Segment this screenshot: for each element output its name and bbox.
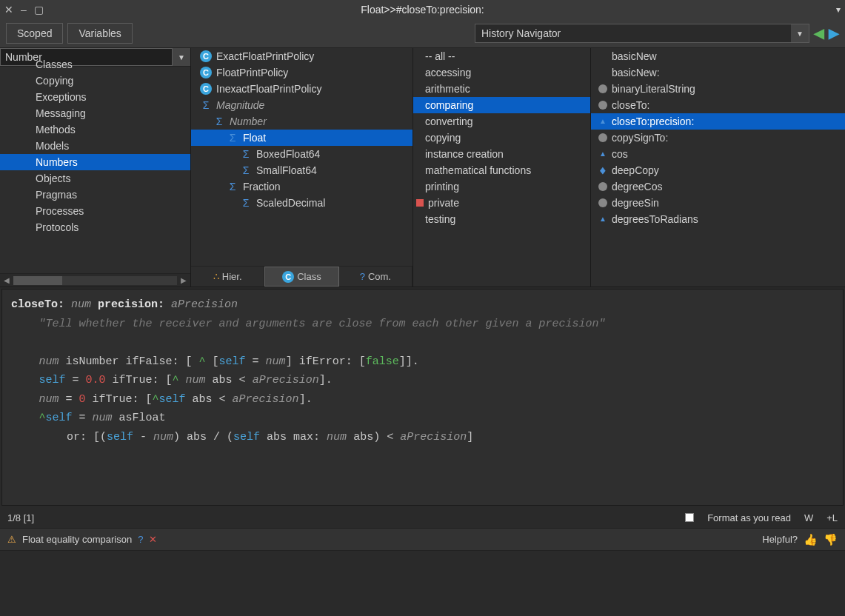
method-item[interactable]: ▲cos <box>591 146 845 162</box>
method-item[interactable]: degreeSin <box>591 195 845 211</box>
history-back-icon[interactable]: ◀ <box>814 25 824 41</box>
protocol-item[interactable]: private <box>413 195 590 211</box>
package-label: Messaging <box>36 107 86 119</box>
protocol-item[interactable]: instance creation <box>413 146 590 162</box>
class-item[interactable]: ΣFloat <box>191 130 413 146</box>
package-item[interactable]: Exceptions <box>0 89 190 105</box>
class-tab[interactable]: C Class <box>264 267 338 287</box>
package-label: Methods <box>36 124 76 135</box>
class-item[interactable]: ΣSmallFloat64 <box>191 162 413 178</box>
class-item[interactable]: ΣNumber <box>191 113 413 130</box>
method-item[interactable]: basicNew: <box>591 64 845 81</box>
method-label: closeTo: <box>612 99 649 111</box>
method-list[interactable]: basicNewbasicNew:binaryLiteralStringclos… <box>591 48 845 287</box>
browser-area: ▼ ClassesCopyingExceptionsMessagingMetho… <box>0 48 845 287</box>
question-icon: ? <box>360 271 365 282</box>
protocol-item[interactable]: testing <box>413 211 590 227</box>
override-up-icon: ▲ <box>598 117 607 126</box>
protocol-item[interactable]: converting <box>413 113 590 130</box>
method-item[interactable]: degreeCos <box>591 178 845 195</box>
class-item[interactable]: ΣFraction <box>191 178 413 195</box>
class-label: FloatPrintPolicy <box>216 67 288 78</box>
class-item[interactable]: CFloatPrintPolicy <box>191 64 413 81</box>
method-pane: basicNewbasicNew:binaryLiteralStringclos… <box>591 48 845 287</box>
method-item[interactable]: ▲closeTo:precision: <box>591 113 845 130</box>
class-item[interactable]: CExactFloatPrintPolicy <box>191 48 413 64</box>
helpful-label: Helpful? <box>762 534 798 545</box>
package-item[interactable]: Protocols <box>0 219 190 235</box>
position-label: 1/8 [1] <box>7 512 34 523</box>
class-list[interactable]: CExactFloatPrintPolicyCFloatPrintPolicyC… <box>191 48 413 266</box>
protocol-item[interactable]: comparing <box>413 97 590 113</box>
class-icon: C <box>200 50 212 62</box>
package-item[interactable]: Methods <box>0 121 190 138</box>
method-circle-icon <box>598 133 607 142</box>
class-label: InexactFloatPrintPolicy <box>216 83 321 95</box>
scoped-button[interactable]: Scoped <box>6 23 63 44</box>
protocol-item[interactable]: arithmetic <box>413 81 590 97</box>
protocol-item[interactable]: mathematical functions <box>413 162 590 178</box>
window-menu-icon[interactable]: ▾ <box>836 4 841 15</box>
sigma-icon: Σ <box>240 197 252 209</box>
package-label: Classes <box>36 58 73 70</box>
package-h-scrollbar[interactable]: ◀ ▶ <box>0 273 190 287</box>
class-label: ExactFloatPrintPolicy <box>216 50 314 62</box>
class-item[interactable]: ΣMagnitude <box>191 97 413 113</box>
class-label: Number <box>230 116 267 127</box>
l-toggle[interactable]: +L <box>826 512 838 523</box>
scroll-right-icon[interactable]: ▶ <box>177 276 190 284</box>
protocol-label: comparing <box>425 99 473 111</box>
protocol-item[interactable]: accessing <box>413 64 590 81</box>
maximize-icon[interactable]: ▢ <box>34 4 44 16</box>
format-checkbox[interactable] <box>685 513 694 522</box>
method-item[interactable]: copySignTo: <box>591 130 845 146</box>
code-editor[interactable]: closeTo: num precision: aPrecision "Tell… <box>1 289 844 506</box>
method-item[interactable]: ▲degreesToRadians <box>591 211 845 227</box>
close-icon[interactable]: ✕ <box>4 4 13 16</box>
format-label: Format as you read <box>707 512 791 523</box>
minimize-icon[interactable]: – <box>21 4 27 16</box>
method-item[interactable]: binaryLiteralString <box>591 81 845 97</box>
method-item[interactable]: basicNew <box>591 48 845 64</box>
dismiss-icon[interactable]: ✕ <box>149 534 157 545</box>
package-list[interactable]: ClassesCopyingExceptionsMessagingMethods… <box>0 56 190 273</box>
package-item[interactable]: Objects <box>0 170 190 187</box>
history-forward-icon[interactable]: ▶ <box>829 25 839 41</box>
package-item[interactable]: Classes <box>0 56 190 73</box>
package-item[interactable]: Copying <box>0 73 190 89</box>
package-item[interactable]: Messaging <box>0 105 190 121</box>
hier-icon: ∴ <box>213 271 219 282</box>
w-toggle[interactable]: W <box>804 512 813 523</box>
package-item[interactable]: Pragmas <box>0 187 190 203</box>
thumb-up-icon[interactable]: 👍 <box>804 533 818 546</box>
package-pane: ▼ ClassesCopyingExceptionsMessagingMetho… <box>0 48 191 287</box>
protocol-label: converting <box>425 116 473 127</box>
package-item[interactable]: Numbers <box>0 154 190 170</box>
thumb-down-icon[interactable]: 👎 <box>824 533 838 546</box>
class-item[interactable]: ΣScaledDecimal <box>191 195 413 211</box>
method-label: copySignTo: <box>612 132 668 144</box>
method-circle-icon <box>598 198 607 207</box>
package-item[interactable]: Models <box>0 138 190 154</box>
com-tab[interactable]: ? Com. <box>339 267 413 287</box>
dropdown-arrow-icon[interactable]: ▼ <box>791 24 809 42</box>
protocol-item[interactable]: copying <box>413 130 590 146</box>
class-label: ScaledDecimal <box>256 197 325 209</box>
protocol-label: copying <box>425 132 461 144</box>
history-navigator-dropdown[interactable]: History Navigator ▼ <box>475 24 809 43</box>
method-item[interactable]: ◆deepCopy <box>591 162 845 178</box>
package-item[interactable]: Processes <box>0 203 190 219</box>
protocol-list[interactable]: -- all --accessingarithmeticcomparingcon… <box>413 48 590 287</box>
method-item[interactable]: closeTo: <box>591 97 845 113</box>
hier-tab[interactable]: ∴ Hier. <box>191 267 264 287</box>
class-item[interactable]: ΣBoxedFloat64 <box>191 146 413 162</box>
protocol-item[interactable]: printing <box>413 178 590 195</box>
class-label: BoxedFloat64 <box>256 148 320 160</box>
package-label: Exceptions <box>36 91 86 103</box>
scroll-left-icon[interactable]: ◀ <box>0 276 13 284</box>
method-label: deepCopy <box>612 164 659 176</box>
help-icon[interactable]: ? <box>138 534 143 545</box>
class-item[interactable]: CInexactFloatPrintPolicy <box>191 81 413 97</box>
variables-button[interactable]: Variables <box>67 23 132 44</box>
protocol-item[interactable]: -- all -- <box>413 48 590 64</box>
